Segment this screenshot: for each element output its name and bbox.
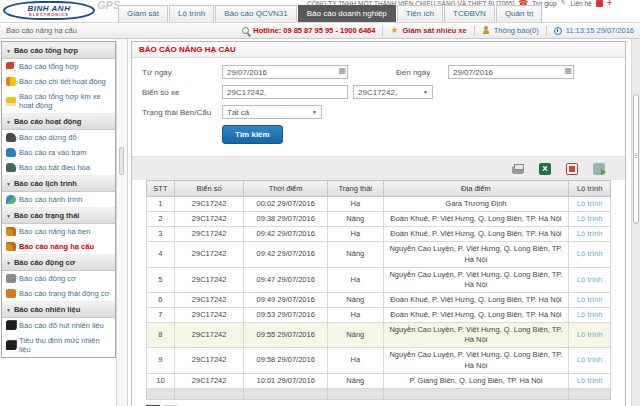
binh-anh-logo[interactable]: BINH ANH ELECTRONICS GPS [3, 1, 120, 20]
route-link[interactable]: Lộ trình [577, 376, 602, 385]
column-header[interactable]: Thời điểm [244, 181, 328, 197]
sidebar-group-header[interactable]: ▼ Báo cáo nhiên liệu [2, 301, 115, 318]
cell-plate: 29C17242 [174, 323, 244, 348]
multi-vehicle-link[interactable]: Giám sát nhiều xe [403, 26, 467, 35]
divider [546, 26, 547, 36]
table-header-row: STT Biển số Thời điểm Trạng thái Địa điể… [147, 181, 611, 197]
sidebar-item[interactable]: Báo cáo trạng thái động cơ [2, 286, 115, 301]
data-export-icon[interactable] [593, 163, 605, 175]
table-row: 2 29C17242 09:38 29/07/2016 Nâng Đoàn Kh… [147, 212, 611, 227]
route-link[interactable]: Lộ trình [577, 295, 602, 304]
sidebar-item-label: Báo cáo trạng thái động cơ [19, 289, 109, 298]
sidebar-group: ▼ Báo cáo động cơ Báo cáo động cơ [2, 254, 115, 301]
column-header[interactable]: Trạng thái [327, 181, 383, 197]
column-header[interactable]: Địa điểm [383, 181, 569, 197]
pdf-export-icon[interactable] [566, 163, 578, 175]
calendar-icon[interactable]: ▦ [564, 67, 572, 75]
plate-input[interactable] [222, 85, 348, 99]
sidebar-item-label: Báo cáo tổng hợp [19, 62, 79, 71]
column-header[interactable]: Lộ trình [569, 181, 611, 197]
print-icon[interactable] [512, 166, 524, 174]
sidebar-item[interactable]: Báo cáo ra vào trạm [2, 145, 115, 160]
cell-route: Lộ trình [569, 267, 611, 292]
cell-status: Hạ [327, 348, 383, 373]
excel-export-icon[interactable] [539, 163, 551, 175]
sidebar-item[interactable]: Báo cáo dừng đỗ [2, 130, 115, 145]
sidebar-group-header[interactable]: ▼ Báo cáo hoạt động [2, 113, 115, 130]
sidebar-group-header[interactable]: ▼ Báo cáo động cơ [2, 254, 115, 271]
route-link[interactable]: Lộ trình [577, 249, 602, 258]
top-header: BINH ANH ELECTRONICS GPS CÔNG TY TNHH MỘ… [0, 0, 640, 22]
report-table: STT Biển số Thời điểm Trạng thái Địa điể… [146, 180, 611, 400]
cell-time: 09:58 29/07/2016 [244, 348, 328, 373]
sidebar-group-label: Báo cáo nhiên liệu [14, 305, 80, 314]
sidebar-group-header[interactable]: ▼ Báo cáo trạng thái [2, 207, 115, 224]
cell-time: 09:47 29/07/2016 [244, 267, 328, 292]
route-link[interactable]: Lộ trình [577, 229, 602, 238]
sidebar-item-label: Báo cáo nâng hạ ben [19, 227, 90, 236]
user-icon [482, 26, 490, 35]
cell-stt: 7 [147, 308, 175, 323]
nav-tab[interactable]: Lộ trình [169, 5, 214, 22]
plate-select[interactable]: 29C17242, ▼ [353, 85, 433, 99]
nav-tab[interactable]: Giám sát [118, 5, 168, 22]
status-select[interactable]: Tất cả ▼ [222, 105, 322, 119]
sidebar-item[interactable]: Báo cáo bật điều hòa [2, 160, 115, 175]
route-link[interactable]: Lộ trình [577, 199, 602, 208]
sidebar-item[interactable]: Báo cáo hành trình [2, 192, 115, 207]
chevron-down-icon: ▼ [6, 213, 11, 219]
nav-tab[interactable]: Quản trị [496, 5, 542, 22]
to-date-label: Đến ngày [396, 68, 448, 77]
sidebar-item[interactable]: Báo cáo động cơ [2, 271, 115, 286]
column-header[interactable]: STT [147, 181, 175, 197]
nav-tab[interactable]: Tiện ích [397, 5, 443, 22]
notifications-link[interactable]: Thông báo(0) [494, 26, 539, 35]
to-date-input[interactable] [448, 65, 574, 79]
vertical-scrollbar[interactable] [631, 39, 640, 406]
route-link[interactable]: Lộ trình [577, 310, 602, 319]
sidebar-group-header[interactable]: ▼ Báo cáo tổng hợp [2, 42, 115, 59]
nav-tab-label: Báo cáo doanh nghiệp [307, 9, 387, 18]
sidebar-item[interactable]: Báo cáo nâng hạ ben [2, 224, 115, 239]
route-link[interactable]: Lộ trình [577, 330, 602, 339]
route-link[interactable]: Lộ trình [577, 275, 602, 284]
nav-tab[interactable]: TCĐBVN [444, 5, 495, 22]
search-icon[interactable] [242, 27, 249, 34]
table-row: 10 29C17242 10:01 29/07/2016 Nâng P. Gia… [147, 373, 611, 388]
cell-route: Lộ trình [569, 227, 611, 242]
splitter-grip-handle[interactable] [119, 147, 124, 175]
sidebar-item[interactable]: Báo cáo nâng hạ cẩu [2, 239, 115, 254]
cell-location: Đoàn Khuê, P. Việt Hưng, Q. Long Biên, T… [383, 308, 569, 323]
scrollbar-thumb[interactable] [633, 94, 639, 224]
flag-icon[interactable] [596, 0, 603, 7]
sidebar-item[interactable]: Báo cáo tổng hợp km xe hoạt động [2, 89, 115, 113]
search-button[interactable]: Tìm kiếm [222, 125, 283, 144]
pencil-icon: ✎ [561, 0, 567, 7]
add-icon[interactable]: + [607, 0, 612, 8]
sidebar-group-header[interactable]: ▼ Báo cáo lịch trình [2, 175, 115, 192]
nav-tab-label: Lộ trình [178, 9, 205, 18]
route-link[interactable]: Lộ trình [577, 214, 602, 223]
table-row: 6 29C17242 09:49 29/07/2016 Nâng Đoàn Kh… [147, 292, 611, 307]
cell-plate: 29C17242 [174, 373, 244, 388]
sidebar-item[interactable]: Báo cáo đổ hút nhiên liệu [2, 318, 115, 333]
sub-header-right: Hotline: 09 85 87 95 95 - 1900 6464 ★ Gi… [242, 26, 634, 36]
nav-tab[interactable]: Báo cáo doanh nghiệp [298, 5, 396, 22]
cell-stt: 4 [147, 242, 175, 267]
sidebar-item[interactable]: Tiêu thụ định mức nhiên liệu [2, 333, 115, 357]
sidebar-item[interactable]: Báo cáo chi tiết hoạt động [2, 74, 115, 89]
chevron-down-icon: ▼ [423, 89, 428, 95]
route-link[interactable]: Lộ trình [577, 355, 602, 364]
sidebar-item[interactable]: Báo cáo tổng hợp [2, 59, 115, 74]
to-date-wrap: ▦ [448, 65, 574, 79]
cell-time: 00:02 29/07/2016 [244, 197, 328, 212]
nav-tab[interactable]: Báo cáo QCVN31 [215, 5, 297, 22]
column-header[interactable]: Biển số [174, 181, 244, 197]
calendar-icon[interactable]: ▦ [338, 67, 346, 75]
cell-route: Lộ trình [569, 323, 611, 348]
sidebar-splitter[interactable] [116, 39, 128, 406]
from-date-input[interactable] [222, 65, 348, 79]
sidebar-group-label: Báo cáo động cơ [14, 258, 75, 267]
nav-tab-label: Báo cáo QCVN31 [224, 9, 288, 18]
contact-link[interactable]: Liên hệ [570, 0, 591, 7]
